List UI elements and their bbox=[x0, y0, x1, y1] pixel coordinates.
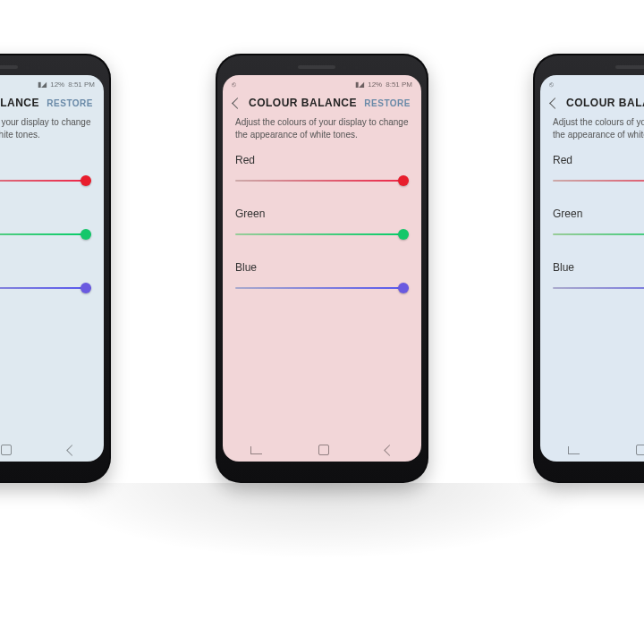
settings-header: COLOUR BALANCE RESTORE bbox=[223, 93, 421, 116]
blue-slider-group: Blue bbox=[0, 258, 104, 311]
page-title: COLOUR BALANCE bbox=[0, 97, 39, 109]
phone-sensors bbox=[216, 63, 428, 72]
red-slider[interactable] bbox=[235, 174, 409, 188]
phone-left: ⎋ ▮◢ 12% 8:51 PM COLOUR BALANCE RESTORE … bbox=[0, 54, 111, 483]
red-slider[interactable] bbox=[0, 174, 91, 188]
slider-label-blue: Blue bbox=[235, 261, 409, 274]
recents-icon[interactable] bbox=[568, 446, 580, 454]
green-slider-group: Green bbox=[0, 204, 104, 258]
settings-header: COLOUR BALANCE RESTORE bbox=[540, 93, 644, 116]
green-slider-group: Green bbox=[223, 204, 421, 258]
clock: 8:51 PM bbox=[386, 80, 412, 89]
slider-label-green: Green bbox=[0, 208, 91, 220]
screen: ⎋ ▮◢ 12% 8:51 PM COLOUR BALANCE RESTORE … bbox=[540, 75, 644, 462]
red-slider-group: Red bbox=[540, 150, 644, 204]
screen: ⎋ ▮◢ 12% 8:51 PM COLOUR BALANCE RESTORE … bbox=[0, 75, 104, 462]
nav-bar bbox=[223, 438, 421, 462]
slider-label-green: Green bbox=[553, 208, 644, 220]
slider-label-red: Red bbox=[553, 154, 644, 166]
description-text: Adjust the colours of your display to ch… bbox=[223, 116, 421, 150]
nav-bar bbox=[0, 438, 104, 462]
home-icon[interactable] bbox=[636, 445, 644, 455]
green-slider-group: Green bbox=[540, 204, 644, 258]
nav-back-icon[interactable] bbox=[66, 445, 78, 456]
nav-back-icon[interactable] bbox=[384, 445, 395, 456]
restore-button[interactable]: RESTORE bbox=[364, 98, 411, 108]
recents-icon[interactable] bbox=[250, 446, 262, 454]
clock: 8:51 PM bbox=[68, 80, 95, 89]
slider-label-red: Red bbox=[0, 154, 91, 166]
description-text: Adjust the colours of your display to ch… bbox=[540, 116, 644, 150]
red-slider-group: Red bbox=[0, 150, 104, 204]
green-slider[interactable] bbox=[553, 227, 644, 242]
nav-bar bbox=[540, 438, 644, 462]
restore-button[interactable]: RESTORE bbox=[47, 98, 93, 108]
comparison-photo: ⎋ ▮◢ 12% 8:51 PM COLOUR BALANCE RESTORE … bbox=[0, 0, 644, 644]
battery-percent: 12% bbox=[368, 80, 382, 89]
signal-icon: ▮◢ bbox=[355, 80, 364, 89]
phone-right: ⎋ ▮◢ 12% 8:51 PM COLOUR BALANCE RESTORE … bbox=[533, 54, 644, 483]
signal-icon: ▮◢ bbox=[38, 80, 47, 89]
back-icon[interactable] bbox=[549, 97, 561, 109]
blue-slider[interactable] bbox=[235, 281, 409, 295]
shadow bbox=[0, 483, 644, 572]
blue-slider-group: Blue bbox=[540, 258, 644, 311]
blue-slider[interactable] bbox=[553, 281, 644, 295]
status-bar: ⎋ ▮◢ 12% 8:51 PM bbox=[223, 75, 421, 93]
screen: ⎋ ▮◢ 12% 8:51 PM COLOUR BALANCE RESTORE … bbox=[223, 75, 421, 462]
battery-percent: 12% bbox=[50, 80, 64, 89]
status-left-icon: ⎋ bbox=[549, 80, 554, 89]
page-title: COLOUR BALANCE bbox=[249, 97, 357, 109]
back-icon[interactable] bbox=[232, 97, 243, 109]
slider-label-blue: Blue bbox=[0, 261, 91, 274]
green-slider[interactable] bbox=[0, 227, 91, 242]
phone-sensors bbox=[0, 63, 111, 72]
green-slider[interactable] bbox=[235, 227, 409, 242]
settings-header: COLOUR BALANCE RESTORE bbox=[0, 93, 104, 116]
phone-sensors bbox=[533, 63, 644, 72]
home-icon[interactable] bbox=[1, 445, 12, 455]
status-bar: ⎋ ▮◢ 12% 8:51 PM bbox=[0, 75, 104, 93]
description-text: Adjust the colours of your display to ch… bbox=[0, 116, 104, 150]
slider-label-red: Red bbox=[235, 154, 409, 166]
phone-center: ⎋ ▮◢ 12% 8:51 PM COLOUR BALANCE RESTORE … bbox=[216, 54, 428, 483]
page-title: COLOUR BALANCE bbox=[566, 97, 644, 109]
status-left-icon: ⎋ bbox=[232, 80, 236, 89]
slider-label-green: Green bbox=[235, 208, 409, 220]
blue-slider-group: Blue bbox=[223, 258, 421, 311]
home-icon[interactable] bbox=[318, 445, 329, 455]
red-slider[interactable] bbox=[553, 174, 644, 188]
blue-slider[interactable] bbox=[0, 281, 91, 295]
red-slider-group: Red bbox=[223, 150, 421, 204]
status-bar: ⎋ ▮◢ 12% 8:51 PM bbox=[540, 75, 644, 93]
slider-label-blue: Blue bbox=[553, 261, 644, 274]
